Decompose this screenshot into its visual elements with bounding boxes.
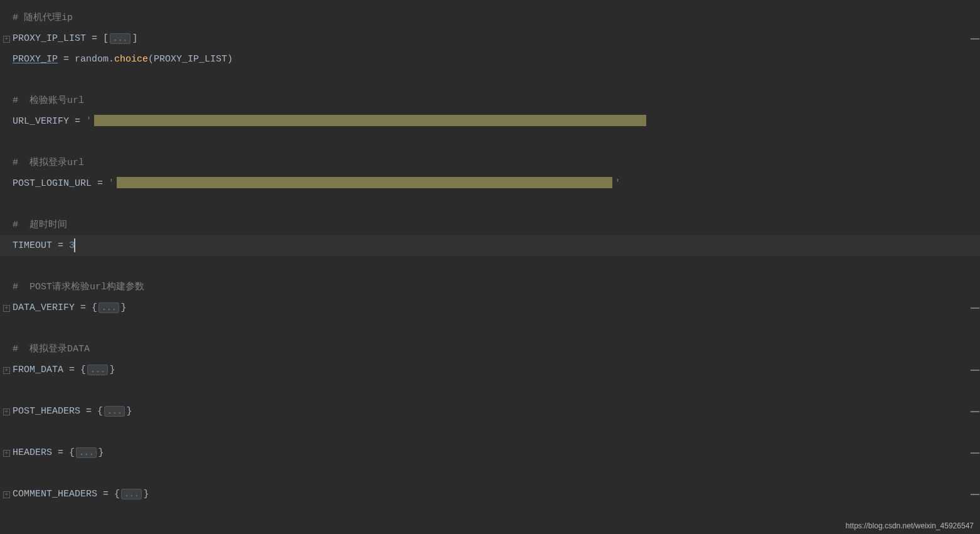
folded-placeholder[interactable]: ... — [110, 33, 130, 44]
fold-marker[interactable] — [970, 493, 980, 496]
gutter-fold[interactable] — [0, 450, 13, 456]
comment: # POST请求检验url构建参数 — [13, 277, 144, 297]
code-line: # 检验账号url — [0, 90, 980, 111]
gutter-fold[interactable] — [0, 305, 13, 311]
fold-marker[interactable] — [970, 38, 980, 40]
code-content: PROXY_IP_LIST = [...] — [13, 28, 137, 49]
comment: # 随机代理ip — [13, 8, 73, 28]
comment: # 模拟登录DATA — [13, 339, 90, 360]
gutter-fold[interactable] — [0, 491, 13, 498]
code-content: COMMENT_HEADERS = {...} — [13, 484, 149, 505]
code-line: DATA_VERIFY = {...} — [0, 297, 980, 318]
linked-variable[interactable]: PROXY_IP — [13, 54, 58, 65]
fold-marker[interactable] — [970, 369, 980, 371]
gutter-fold[interactable] — [0, 36, 13, 42]
blank-line — [0, 318, 980, 339]
watermark-text: https://blog.csdn.net/weixin_45926547 — [846, 521, 974, 530]
code-editor[interactable]: # 随机代理ip PROXY_IP_LIST = [...] PROXY_IP … — [0, 0, 980, 505]
blank-line — [0, 422, 980, 442]
blank-line — [0, 132, 980, 152]
blank-line — [0, 463, 980, 484]
redacted-string — [94, 115, 646, 126]
code-content: URL_VERIFY = ' — [13, 111, 646, 132]
folded-placeholder[interactable]: ... — [104, 406, 125, 417]
blank-line — [0, 70, 980, 90]
folded-placeholder[interactable]: ... — [121, 489, 142, 499]
fold-icon[interactable] — [3, 491, 9, 498]
code-content: TIMEOUT = 3 — [13, 235, 75, 256]
code-line: # POST请求检验url构建参数 — [0, 277, 980, 297]
folded-placeholder[interactable]: ... — [99, 302, 119, 313]
comment: # 模拟登录url — [13, 152, 84, 173]
folded-placeholder[interactable]: ... — [87, 365, 108, 375]
code-content: FROM_DATA = {...} — [13, 360, 115, 380]
code-line-active: TIMEOUT = 3 — [0, 235, 980, 256]
code-line: POST_HEADERS = {...} — [0, 401, 980, 422]
blank-line — [0, 380, 980, 401]
redacted-string — [117, 177, 612, 188]
code-content: POST_HEADERS = {...} — [13, 401, 132, 422]
fold-icon[interactable] — [3, 305, 9, 311]
code-content: DATA_VERIFY = {...} — [13, 297, 126, 318]
blank-line — [0, 256, 980, 277]
code-line: URL_VERIFY = ' — [0, 111, 980, 132]
code-content: POST_LOGIN_URL = '' — [13, 173, 620, 194]
fold-icon[interactable] — [3, 367, 9, 373]
code-line: # 超时时间 — [0, 215, 980, 235]
code-line: HEADERS = {...} — [0, 442, 980, 463]
fold-marker[interactable] — [970, 410, 980, 413]
comment: # 检验账号url — [13, 90, 84, 111]
code-line: # 模拟登录url — [0, 152, 980, 173]
code-line: FROM_DATA = {...} — [0, 360, 980, 380]
gutter-fold[interactable] — [0, 409, 13, 415]
fold-icon[interactable] — [3, 36, 9, 42]
code-line: PROXY_IP = random.choice(PROXY_IP_LIST) — [0, 49, 980, 70]
code-line: # 随机代理ip — [0, 8, 980, 28]
fold-marker[interactable] — [970, 307, 980, 309]
code-line: POST_LOGIN_URL = '' — [0, 173, 980, 194]
blank-line — [0, 194, 980, 215]
fold-icon[interactable] — [3, 409, 9, 415]
code-line: # 模拟登录DATA — [0, 339, 980, 360]
code-content: HEADERS = {...} — [13, 442, 104, 463]
code-content: PROXY_IP = random.choice(PROXY_IP_LIST) — [13, 49, 233, 70]
text-cursor — [74, 238, 75, 252]
comment: # 超时时间 — [13, 215, 67, 235]
fold-icon[interactable] — [3, 450, 9, 456]
folded-placeholder[interactable]: ... — [76, 447, 97, 458]
gutter-fold[interactable] — [0, 367, 13, 373]
fold-marker[interactable] — [970, 452, 980, 454]
code-line: PROXY_IP_LIST = [...] — [0, 28, 980, 49]
code-line: COMMENT_HEADERS = {...} — [0, 484, 980, 505]
